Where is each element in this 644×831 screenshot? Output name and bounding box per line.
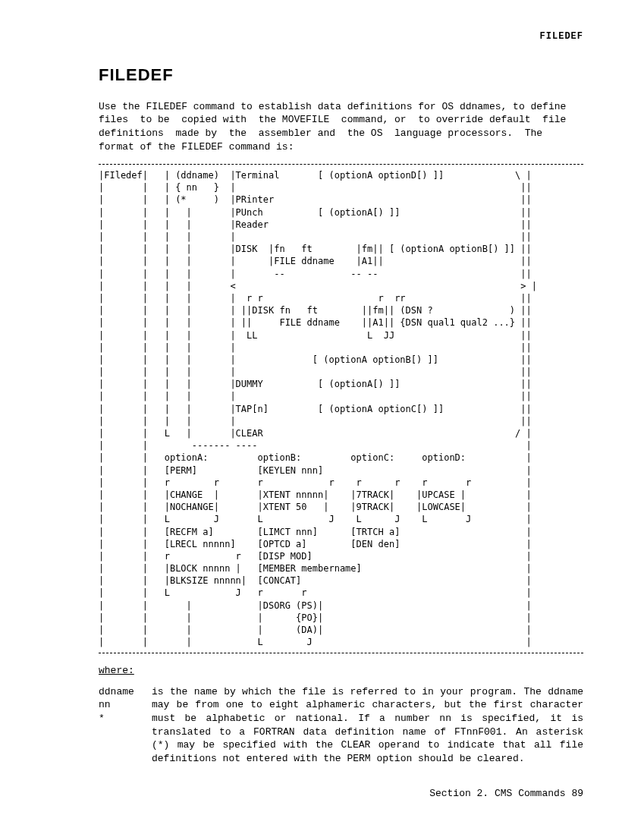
definition-term: ddname nn * [99,685,152,765]
page-footer: Section 2. CMS Commands 89 [429,787,583,801]
page-title: FILEDEF [99,64,583,87]
running-head: FILEDEF [99,30,583,42]
syntax-diagram: |FIledef| | (ddname) |Terminal [ (option… [99,164,583,653]
page: FILEDEF FILEDEF Use the FILEDEF command … [0,0,644,831]
definition-row: ddname nn * is the name by which the fil… [99,685,583,765]
where-label: where: [99,664,134,678]
intro-paragraph: Use the FILEDEF command to establish dat… [99,100,583,153]
definition-body: is the name by which the file is referre… [152,685,583,765]
